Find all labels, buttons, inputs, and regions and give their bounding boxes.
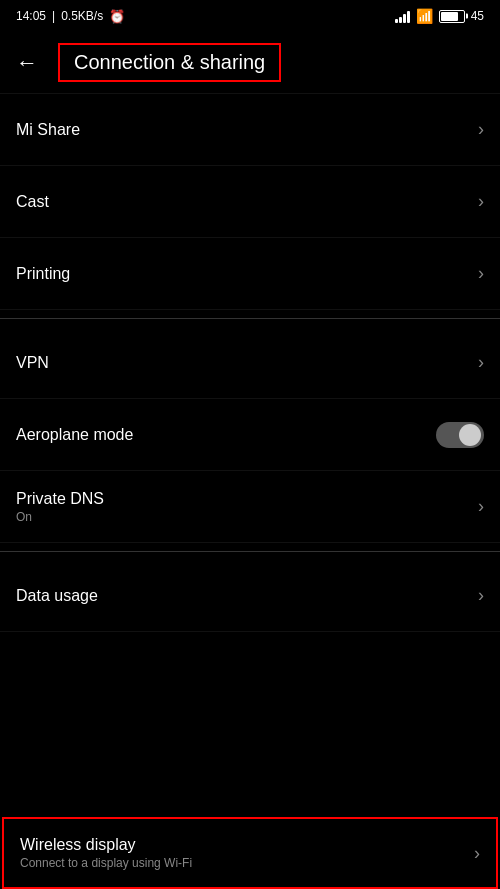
- menu-section-2: VPN › Aeroplane mode Private DNS On ›: [0, 327, 500, 543]
- data-usage-content: Data usage: [16, 587, 98, 605]
- chevron-right-icon: ›: [478, 191, 484, 212]
- mi-share-content: Mi Share: [16, 121, 80, 139]
- battery-fill: [441, 12, 459, 21]
- back-button[interactable]: ←: [16, 50, 38, 76]
- chevron-right-icon: ›: [478, 263, 484, 284]
- wireless-display-subtitle: Connect to a display using Wi-Fi: [20, 856, 192, 870]
- status-bar: 14:05 | 0.5KB/s ⏰ 📶 45: [0, 0, 500, 32]
- alarm-icon: ⏰: [109, 9, 125, 24]
- toggle-knob: [459, 424, 481, 446]
- chevron-right-icon: ›: [478, 352, 484, 373]
- printing-title: Printing: [16, 265, 70, 283]
- menu-item-wireless-display[interactable]: Wireless display Connect to a display us…: [2, 817, 498, 889]
- signal-icon: [395, 9, 410, 23]
- menu-section-3: Data usage ›: [0, 560, 500, 632]
- status-speed: 0.5KB/s: [61, 9, 103, 23]
- aeroplane-content: Aeroplane mode: [16, 426, 133, 444]
- spacer: [0, 632, 500, 802]
- chevron-right-icon: ›: [478, 496, 484, 517]
- mi-share-title: Mi Share: [16, 121, 80, 139]
- page-title: Connection & sharing: [58, 43, 281, 82]
- status-separator: |: [52, 9, 55, 23]
- menu-section-4: Wireless display Connect to a display us…: [0, 817, 500, 889]
- menu-item-printing[interactable]: Printing ›: [0, 238, 500, 310]
- divider-2: [0, 551, 500, 552]
- chevron-right-icon: ›: [474, 843, 480, 864]
- menu-item-cast[interactable]: Cast ›: [0, 166, 500, 238]
- header: ← Connection & sharing: [0, 32, 500, 94]
- status-left: 14:05 | 0.5KB/s ⏰: [16, 9, 125, 24]
- battery-percent: 45: [471, 9, 484, 23]
- cast-content: Cast: [16, 193, 49, 211]
- menu-item-private-dns[interactable]: Private DNS On ›: [0, 471, 500, 543]
- aeroplane-mode-toggle[interactable]: [436, 422, 484, 448]
- private-dns-content: Private DNS On: [16, 490, 104, 524]
- menu-section-1: Mi Share › Cast › Printing ›: [0, 94, 500, 310]
- chevron-right-icon: ›: [478, 585, 484, 606]
- private-dns-title: Private DNS: [16, 490, 104, 508]
- vpn-content: VPN: [16, 354, 49, 372]
- cast-title: Cast: [16, 193, 49, 211]
- private-dns-subtitle: On: [16, 510, 104, 524]
- status-right: 📶 45: [395, 8, 484, 24]
- chevron-right-icon: ›: [478, 119, 484, 140]
- divider-1: [0, 318, 500, 319]
- printing-content: Printing: [16, 265, 70, 283]
- menu-item-aeroplane-mode[interactable]: Aeroplane mode: [0, 399, 500, 471]
- aeroplane-title: Aeroplane mode: [16, 426, 133, 444]
- wifi-icon: 📶: [416, 8, 433, 24]
- wireless-display-title: Wireless display: [20, 836, 192, 854]
- menu-item-mi-share[interactable]: Mi Share ›: [0, 94, 500, 166]
- menu-item-data-usage[interactable]: Data usage ›: [0, 560, 500, 632]
- battery-icon: [439, 10, 465, 23]
- status-time: 14:05: [16, 9, 46, 23]
- menu-item-vpn[interactable]: VPN ›: [0, 327, 500, 399]
- vpn-title: VPN: [16, 354, 49, 372]
- wireless-display-content: Wireless display Connect to a display us…: [20, 836, 192, 870]
- data-usage-title: Data usage: [16, 587, 98, 605]
